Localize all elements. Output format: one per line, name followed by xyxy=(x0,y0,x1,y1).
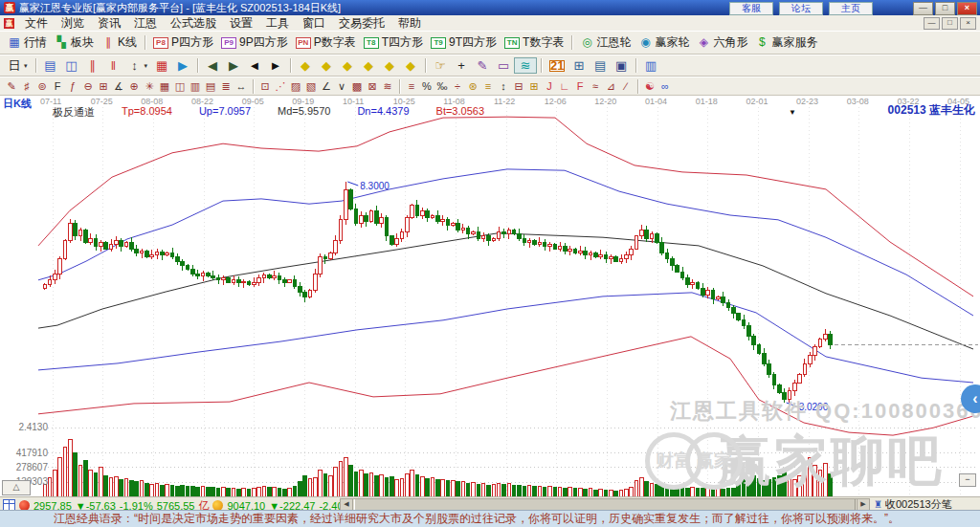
pane-minimize-button[interactable]: − xyxy=(959,473,976,487)
crosshair-icon[interactable]: + xyxy=(451,58,472,73)
slope-icon[interactable]: ⊿ xyxy=(603,79,618,94)
wave-lines-icon[interactable]: ≋ xyxy=(380,79,395,94)
stats-icon[interactable]: ▤ xyxy=(590,58,611,73)
hatch-icon[interactable]: ♯ xyxy=(19,79,34,94)
kline-large-icon[interactable]: ‖ xyxy=(103,58,124,73)
winner-wheel-button[interactable]: ◉赢家轮 xyxy=(635,33,693,52)
menu-item-1[interactable]: 文件 xyxy=(18,14,55,33)
t-table-button[interactable]: TNT数字表 xyxy=(501,33,568,52)
menu-item-10[interactable]: 帮助 xyxy=(391,14,428,33)
info-view-icon[interactable]: ◫ xyxy=(61,58,82,73)
percent-lines-icon[interactable]: ÷ xyxy=(450,79,465,94)
calendar-icon[interactable]: 21 xyxy=(546,59,568,73)
sectors-button[interactable]: ▚板块 xyxy=(51,33,98,52)
gann-diamond-hv-icon[interactable]: ◆ xyxy=(295,58,316,73)
updown-icon[interactable]: ↕ xyxy=(496,79,511,94)
approx-wave-icon[interactable]: ≈ xyxy=(588,79,603,94)
hexagon-button[interactable]: ◈六角形 xyxy=(693,33,751,52)
spiral-icon[interactable]: ⊚ xyxy=(34,79,50,94)
gann-fan-icon[interactable]: F xyxy=(50,79,65,94)
pencil-icon[interactable]: ✎ xyxy=(4,79,19,94)
scroll-right-button[interactable]: ▶ xyxy=(857,499,869,510)
s-curve-icon[interactable]: ƒ xyxy=(65,79,80,94)
gann-circle-icon[interactable]: ⊕ xyxy=(126,79,142,94)
volume-pane-toggle-button[interactable]: △ xyxy=(2,480,31,495)
restore-button[interactable]: □ xyxy=(935,2,955,15)
gann-wheel-button[interactable]: ◎江恩轮 xyxy=(576,33,635,52)
step-forward-icon[interactable]: ► xyxy=(265,58,286,73)
kline-small-icon[interactable]: ∥ xyxy=(82,58,103,73)
gann-diamond-h-icon[interactable]: ◆ xyxy=(316,58,337,73)
titlebar-link-1[interactable]: 客服 xyxy=(729,2,773,15)
gann-diamond-v-icon[interactable]: ◆ xyxy=(337,58,358,73)
gann-diamond-all-icon[interactable]: ◆ xyxy=(358,58,379,73)
f-angle-icon[interactable]: F xyxy=(572,79,588,94)
p-square-button[interactable]: P8P四方形 xyxy=(149,33,217,52)
stock-name-label[interactable]: 002513 蓝丰生化 xyxy=(888,102,975,119)
memo-icon[interactable]: ▭ xyxy=(493,58,514,73)
gann-box-icon[interactable]: ⊟ xyxy=(511,79,526,94)
draw-pen-icon[interactable]: ✎ xyxy=(472,58,493,73)
pan-hand-icon[interactable]: ☞ xyxy=(430,58,451,73)
menu-item-9[interactable]: 交易委托 xyxy=(332,14,391,33)
j-line-icon[interactable]: J xyxy=(542,79,557,94)
menu-item-7[interactable]: 工具 xyxy=(259,14,296,33)
menu-item-3[interactable]: 资讯 xyxy=(91,14,127,33)
minimize-button[interactable]: — xyxy=(913,2,933,15)
menu-item-8[interactable]: 窗口 xyxy=(296,14,332,33)
gann-diamond-in-icon[interactable]: ◆ xyxy=(379,58,400,73)
close-button[interactable]: × xyxy=(957,2,977,15)
t-square-button[interactable]: T8T四方形 xyxy=(360,33,427,52)
p-table-button[interactable]: PNP数字表 xyxy=(292,33,360,52)
channel-tool-icon[interactable]: ≋ xyxy=(514,57,537,74)
zoom-scale-dropdown[interactable]: ↕▾ xyxy=(124,58,152,73)
expand-icon[interactable]: ↔ xyxy=(234,79,249,94)
colored-flag-icon[interactable]: ▶ xyxy=(172,58,193,73)
menu-item-2[interactable]: 浏览 xyxy=(55,14,91,33)
scrollbar-thumb[interactable] xyxy=(354,499,856,510)
grid-icon[interactable]: ▦ xyxy=(157,79,172,94)
quotes-button[interactable]: ▦行情 xyxy=(4,33,51,52)
mdi-close-button[interactable]: × xyxy=(960,17,976,30)
9p-square-button[interactable]: P99P四方形 xyxy=(217,33,292,52)
scroll-left-button[interactable]: ◀ xyxy=(341,499,353,510)
price-division-icon[interactable]: ▤ xyxy=(203,79,218,94)
jump-end-icon[interactable]: ▶ xyxy=(223,58,244,73)
gann-diamond-out-icon[interactable]: ◆ xyxy=(400,58,421,73)
permille-icon[interactable]: ‰ xyxy=(434,79,450,94)
jump-start-icon[interactable]: ◀ xyxy=(202,58,223,73)
cycle-icon[interactable]: ⊖ xyxy=(80,79,96,94)
gold-circle-icon[interactable]: ⊛ xyxy=(465,79,480,94)
panel-type-label[interactable]: 日K线 xyxy=(3,97,32,111)
gold-box-icon[interactable]: ⊞ xyxy=(526,79,542,94)
rays-icon[interactable]: ⋰ xyxy=(273,79,288,94)
titlebar-link-2[interactable]: 论坛 xyxy=(779,2,823,15)
column-grid-icon[interactable]: ◫ xyxy=(172,79,188,94)
box-range-icon[interactable]: ⊡ xyxy=(257,79,273,94)
percent-icon[interactable]: % xyxy=(419,79,434,94)
check-line-icon[interactable]: ∨ xyxy=(334,79,349,94)
titlebar-link-3[interactable]: 主页 xyxy=(829,2,873,15)
region-stats-icon[interactable]: ▦ xyxy=(151,58,172,73)
shade-box-icon[interactable]: ▨ xyxy=(288,79,303,94)
calculator-icon[interactable]: ⊞ xyxy=(568,58,590,73)
mdi-restore-button[interactable]: □ xyxy=(942,17,958,30)
box-x-icon[interactable]: ⊠ xyxy=(365,79,380,94)
period-day-dropdown[interactable]: 日▾ xyxy=(4,58,32,73)
board-view-icon[interactable]: ▤ xyxy=(40,58,61,73)
burst-icon[interactable]: ✳ xyxy=(142,79,157,94)
order-truck-icon[interactable]: ▥ xyxy=(640,58,661,73)
winner-service-button[interactable]: $赢家服务 xyxy=(751,33,821,52)
angle-icon[interactable]: ∡ xyxy=(111,79,126,94)
merge-lines-icon[interactable]: ≣ xyxy=(218,79,234,94)
grid-n2-icon[interactable]: ⊞ xyxy=(96,79,111,94)
trend-angle-icon[interactable]: ∠ xyxy=(319,79,334,94)
gold-lines-icon[interactable]: ≡ xyxy=(480,79,496,94)
kline-button[interactable]: ∥K线 xyxy=(98,33,141,52)
fan-lines-icon[interactable]: ∕ xyxy=(618,79,634,94)
save-icon[interactable]: ▣ xyxy=(611,58,632,73)
menu-item-6[interactable]: 设置 xyxy=(223,14,259,33)
yinyang-icon[interactable]: ☯ xyxy=(642,79,657,94)
menu-item-5[interactable]: 公式选股 xyxy=(164,14,223,33)
step-back-icon[interactable]: ◄ xyxy=(244,58,265,73)
